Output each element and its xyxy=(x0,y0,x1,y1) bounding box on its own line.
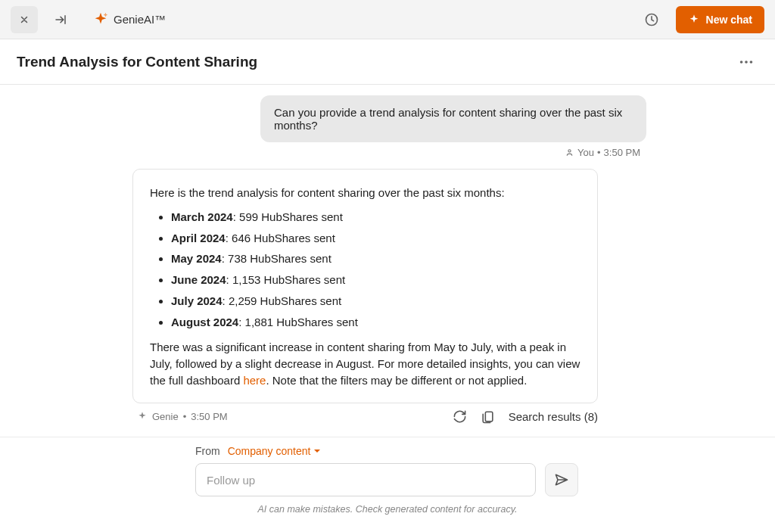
chat-area: Can you provide a trend analysis for con… xyxy=(0,85,775,437)
page-title: Trend Analysis for Content Sharing xyxy=(17,54,734,70)
user-message-time: 3:50 PM xyxy=(604,147,640,158)
suggested-followup[interactable]: What factors contributed to the peak in … xyxy=(132,424,598,437)
list-item: May 2024: 738 HubShares sent xyxy=(171,250,580,267)
ai-time: 3:50 PM xyxy=(191,411,227,422)
source-selector-row: From Company content xyxy=(0,445,775,457)
compose-row xyxy=(0,463,775,496)
user-icon xyxy=(565,148,574,157)
new-chat-label: New chat xyxy=(706,14,752,26)
send-button[interactable] xyxy=(545,463,578,496)
source-selector[interactable]: Company content xyxy=(228,445,322,457)
ai-message-wrap: Here is the trend analysis for content s… xyxy=(0,169,598,437)
svg-point-3 xyxy=(750,61,753,64)
brand-name: GenieAI™ xyxy=(114,13,166,26)
list-item: March 2024: 599 HubShares sent xyxy=(171,209,580,226)
input-footer: From Company content AI can make mistake… xyxy=(0,437,775,532)
clock-icon xyxy=(644,12,659,27)
top-header: GenieAI™ New chat xyxy=(0,0,775,39)
clipboard-icon xyxy=(481,409,495,424)
user-message-bubble: Can you provide a trend analysis for con… xyxy=(260,95,646,142)
user-message-author: You xyxy=(577,147,594,158)
collapse-icon xyxy=(54,13,67,26)
user-message-row: Can you provide a trend analysis for con… xyxy=(0,95,775,142)
trend-list: March 2024: 599 HubShares sent April 202… xyxy=(150,209,580,331)
brand: GenieAI™ xyxy=(92,11,166,28)
regenerate-button[interactable] xyxy=(453,409,467,424)
send-icon xyxy=(554,472,569,487)
list-item: April 2024: 646 HubShares sent xyxy=(171,230,580,247)
svg-point-2 xyxy=(745,61,748,64)
search-results-link[interactable]: Search results (8) xyxy=(509,410,598,423)
close-button[interactable] xyxy=(11,6,38,33)
dashboard-link[interactable]: here xyxy=(243,374,266,387)
list-item: June 2024: 1,153 HubShares sent xyxy=(171,272,580,288)
followup-input[interactable] xyxy=(195,463,536,496)
svg-rect-5 xyxy=(485,412,493,422)
caret-down-icon xyxy=(313,447,321,455)
brand-sparkle-icon xyxy=(92,11,109,28)
more-horizontal-icon xyxy=(738,54,755,70)
user-message-meta: You • 3:50 PM xyxy=(0,147,775,158)
svg-point-1 xyxy=(740,61,743,64)
list-item: August 2024: 1,881 HubShares sent xyxy=(171,314,580,331)
more-options-button[interactable] xyxy=(734,50,758,74)
collapse-panel-button[interactable] xyxy=(47,6,74,33)
source-selector-label: Company content xyxy=(228,445,311,457)
disclaimer-text: AI can make mistakes. Check generated co… xyxy=(0,504,775,515)
ai-outro-text: There was a significant increase in cont… xyxy=(150,339,580,388)
new-chat-button[interactable]: New chat xyxy=(676,6,764,33)
ai-intro-text: Here is the trend analysis for content s… xyxy=(150,185,580,201)
copy-button[interactable] xyxy=(481,409,495,424)
history-button[interactable] xyxy=(638,6,665,33)
list-item: July 2024: 2,259 HubShares sent xyxy=(171,293,580,310)
close-icon xyxy=(19,14,30,25)
from-label: From xyxy=(195,445,220,457)
ai-message-bubble: Here is the trend analysis for content s… xyxy=(132,169,598,403)
svg-point-4 xyxy=(568,150,571,152)
ai-author: Genie xyxy=(152,411,179,422)
refresh-icon xyxy=(453,409,467,424)
sparkle-small-icon xyxy=(137,411,148,422)
title-bar: Trend Analysis for Content Sharing xyxy=(0,39,775,85)
ai-message-footer: Genie • 3:50 PM Search results (8) xyxy=(132,403,598,424)
sparkle-icon xyxy=(688,14,700,26)
